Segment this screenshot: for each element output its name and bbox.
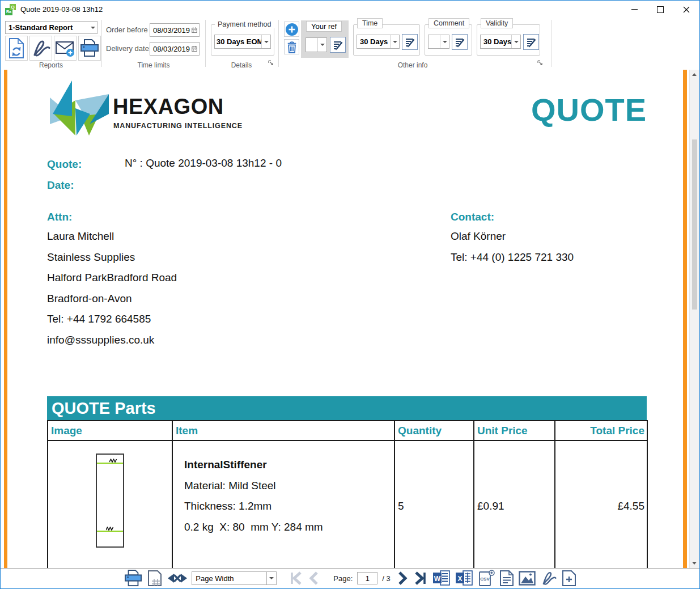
- date-label: Date:: [47, 179, 74, 192]
- time-value: 30 Days: [357, 37, 390, 46]
- maximize-icon: [657, 6, 664, 13]
- hexagon-logo-icon: [48, 79, 112, 137]
- time-select[interactable]: 30 Days: [357, 35, 400, 49]
- your-ref-select[interactable]: [306, 37, 327, 52]
- scroll-down-icon[interactable]: [692, 562, 697, 565]
- export-text-button[interactable]: [499, 570, 514, 587]
- image-icon: [519, 571, 536, 586]
- next-page-icon: [395, 571, 409, 586]
- fit-width-icon: [168, 572, 187, 584]
- export-excel-button[interactable]: X: [455, 570, 473, 587]
- scroll-up-icon[interactable]: [692, 73, 697, 76]
- time-edit-button[interactable]: [402, 34, 418, 50]
- printer-icon: [124, 570, 143, 587]
- export-pdf-button[interactable]: [540, 570, 557, 586]
- email-quote-button[interactable]: [54, 36, 77, 61]
- calendar-icon[interactable]: [192, 45, 197, 53]
- report-type-select[interactable]: 1-Standard Report: [5, 21, 97, 34]
- first-page-button[interactable]: [289, 571, 303, 586]
- export-word-button[interactable]: W: [432, 570, 451, 587]
- report-type-value: 1-Standard Report: [6, 23, 88, 32]
- validity-value: 30 Days: [481, 37, 511, 46]
- report-viewer: HEXAGON MANUFACTURING INTELLIGENCE QUOTE…: [1, 70, 699, 568]
- group-separator: [205, 20, 206, 67]
- previous-page-button[interactable]: [308, 571, 321, 586]
- comment-edit-button[interactable]: [452, 34, 468, 50]
- edit-note-icon: [405, 37, 415, 48]
- edit-note-icon: [333, 40, 343, 50]
- part-item-cell: InternalStiffener Material: Mild Steel T…: [172, 440, 394, 568]
- payment-method-select[interactable]: 30 Days EOM: [214, 35, 271, 49]
- quantity-cell: 5: [394, 440, 474, 568]
- csv-icon: CSV: [478, 570, 495, 587]
- total-price-cell: £4.55: [555, 440, 647, 568]
- comment-select[interactable]: [428, 35, 449, 49]
- export-pdf-report-button[interactable]: [29, 36, 52, 61]
- bend-line: [97, 463, 123, 464]
- trash-icon: [286, 40, 298, 54]
- your-ref-edit-button[interactable]: [330, 37, 346, 53]
- chevron-down-icon: [443, 41, 447, 43]
- maximize-button[interactable]: [647, 1, 673, 18]
- print-button[interactable]: [124, 570, 143, 587]
- edit-note-icon: [526, 37, 537, 48]
- delivery-date-field[interactable]: 08/03/2019: [150, 42, 200, 56]
- validity-edit-button[interactable]: [523, 34, 539, 50]
- printer-icon: [79, 39, 100, 57]
- next-page-button[interactable]: [395, 571, 409, 586]
- delete-info-button[interactable]: [284, 39, 299, 54]
- fit-page-button[interactable]: [168, 572, 187, 584]
- add-page-button[interactable]: [562, 570, 576, 587]
- group-separator: [278, 20, 279, 67]
- item-thickness: Thickness: 1.2mm: [184, 496, 394, 517]
- zoom-mode-select[interactable]: Page Width: [192, 571, 277, 585]
- document-title: QUOTE: [404, 91, 647, 128]
- chevron-down-icon: [393, 41, 397, 43]
- col-quantity: Quantity: [394, 421, 474, 440]
- chevron-down-icon: [91, 27, 95, 29]
- last-page-icon: [413, 571, 428, 586]
- svg-text:W: W: [434, 575, 441, 583]
- parts-table-header: Image Item Quantity Unit Price Total Pri…: [48, 421, 647, 440]
- app-window: Ra Q Quote 2019-03-08 13h12 1-Standard R…: [0, 0, 700, 589]
- page-setup-button[interactable]: [147, 570, 163, 587]
- attn-line: Tel: +44 1792 664585: [47, 309, 177, 330]
- col-total-price: Total Price: [555, 421, 647, 440]
- calendar-icon[interactable]: [192, 26, 197, 34]
- order-before-field[interactable]: 08/03/2019: [150, 23, 200, 37]
- last-page-button[interactable]: [413, 571, 428, 586]
- vertical-scrollbar[interactable]: [689, 70, 699, 568]
- time-label: Time: [357, 18, 383, 28]
- chevron-down-icon: [264, 41, 269, 43]
- page-number-input[interactable]: [357, 572, 377, 584]
- close-button[interactable]: [673, 1, 699, 18]
- validity-select[interactable]: 30 Days: [480, 35, 521, 49]
- add-info-button[interactable]: [284, 22, 299, 37]
- export-image-button[interactable]: [519, 571, 536, 586]
- attn-line: Stainless Supplies: [47, 247, 177, 268]
- col-image: Image: [48, 421, 172, 440]
- attn-line: info@sssupplies.co.uk: [47, 330, 177, 351]
- order-before-value: 08/03/2019: [153, 26, 190, 35]
- other-info-dialog-launcher[interactable]: [537, 60, 544, 66]
- first-page-icon: [289, 571, 303, 586]
- group-separator: [101, 20, 102, 67]
- attn-line: Bradford-on-Avon: [47, 289, 177, 310]
- contact-block: Olaf Körner Tel: +44 (0) 1225 721 330: [451, 226, 574, 268]
- window-title: Quote 2019-03-08 13h12: [20, 5, 103, 14]
- add-page-icon: [562, 570, 576, 587]
- scrollbar-thumb[interactable]: [692, 139, 697, 310]
- item-name: InternalStiffener: [184, 455, 394, 476]
- details-dialog-launcher[interactable]: [268, 60, 274, 66]
- bend-mark-icon: [109, 459, 117, 463]
- refresh-report-button[interactable]: [5, 36, 28, 61]
- pdf-icon: [540, 570, 557, 586]
- page-margin-strip-right: [683, 70, 687, 568]
- print-quote-button[interactable]: [78, 36, 101, 61]
- quote-page: HEXAGON MANUFACTURING INTELLIGENCE QUOTE…: [7, 70, 683, 568]
- window-controls: [621, 1, 699, 18]
- plus-circle-icon: [285, 23, 299, 36]
- export-csv-button[interactable]: CSV: [478, 570, 495, 587]
- attn-block: Laura Mitchell Stainless Supplies Halfor…: [47, 226, 177, 351]
- minimize-button[interactable]: [621, 1, 647, 18]
